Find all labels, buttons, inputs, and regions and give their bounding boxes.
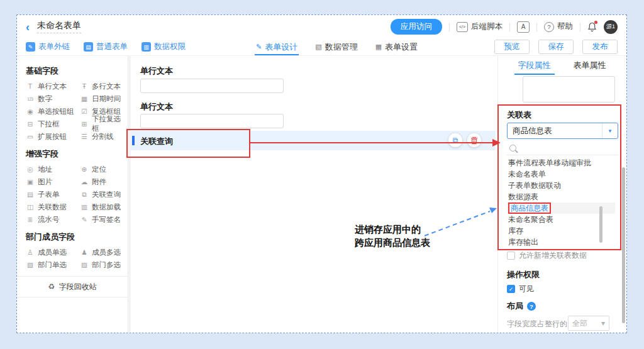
- field-type-number[interactable]: 123数字: [26, 92, 80, 105]
- field-type-member-multi[interactable]: ♟成员多选: [80, 246, 128, 258]
- toolbar: ✎ 表单外链 ▤ 普通表单 ▥ 数据权限 ✎ 表单设计 ▧ 数据管理 ▦: [17, 38, 626, 56]
- field-type-department-multi[interactable]: ▨部门多选: [80, 258, 128, 271]
- address-icon: ◎: [26, 165, 35, 173]
- data-management-icon: ▧: [315, 43, 321, 51]
- field-type-multi-line-text[interactable]: Ŧ多行文本: [80, 80, 128, 92]
- field-type-serial-number[interactable]: ≣流水号: [26, 213, 80, 226]
- list-item[interactable]: 事件流程表单移动端审批: [507, 157, 618, 169]
- field-width-label: 字段宽度占整行的: [507, 319, 567, 330]
- linked-table-dropdown[interactable]: 商品信息表 ▼: [507, 123, 618, 139]
- annotation-box-product-table: 商品信息表: [508, 202, 551, 214]
- form-external-link-button[interactable]: ✎ 表单外链: [26, 42, 70, 52]
- linked-query-field-row[interactable]: 关联查询 ⧉: [131, 131, 496, 150]
- tab-form-design-label: 表单设计: [265, 42, 297, 53]
- tab-form-properties[interactable]: 表单属性: [574, 56, 606, 75]
- annotation-line-2: 跨应用商品信息表: [355, 236, 430, 249]
- publish-button[interactable]: 发布: [582, 40, 618, 54]
- field-type-label: 日期时间: [92, 94, 121, 104]
- checkbox-unchecked[interactable]: [507, 252, 515, 260]
- field-type-datetime[interactable]: ▦日期时间: [80, 92, 128, 105]
- save-button[interactable]: 保存: [538, 40, 574, 54]
- tab-form-design[interactable]: ✎ 表单设计: [256, 38, 297, 55]
- field-type-dropdown[interactable]: ⊟下拉框: [26, 118, 80, 130]
- avatar[interactable]: 源1: [604, 20, 618, 34]
- linked-table-label: 关联表: [507, 109, 531, 121]
- section-title-basic-fields: 基础字段: [26, 65, 128, 77]
- field-type-label: 下拉框: [38, 119, 60, 129]
- tab-form-settings[interactable]: ▦ 表单设置: [375, 38, 418, 55]
- pill-button-icon: ▭: [26, 133, 35, 140]
- list-item[interactable]: 未命名表单: [507, 169, 618, 180]
- preview-button[interactable]: 预览: [494, 40, 530, 54]
- field-type-multi-dropdown[interactable]: ⊞下拉复选框: [80, 118, 128, 130]
- number-icon: 123: [26, 97, 35, 101]
- help-label: 帮助: [557, 21, 573, 32]
- canvas-field-label: 单行文本: [140, 101, 173, 113]
- sidebar-resize-gutter[interactable]: [128, 56, 131, 333]
- copy-field-icon[interactable]: ⧉: [448, 133, 462, 147]
- layout-help-icon[interactable]: ?: [527, 302, 536, 311]
- checkbox-checked[interactable]: ✓: [507, 285, 515, 293]
- table-search-input[interactable]: [507, 141, 618, 155]
- help-button[interactable]: ? 帮助: [544, 21, 573, 32]
- list-item[interactable]: 数据源表: [507, 191, 618, 202]
- panel-tabs: 字段属性 表单属性: [497, 56, 626, 75]
- language-badge-icon[interactable]: A: [517, 21, 530, 33]
- single-line-text-input[interactable]: [140, 114, 284, 128]
- member-single-icon: ♙: [26, 248, 35, 256]
- field-type-department-single[interactable]: ▧部门单选: [26, 258, 80, 271]
- field-type-extend-button[interactable]: ▭扩展按钮: [26, 130, 80, 143]
- field-title-editor-box[interactable]: [523, 76, 615, 102]
- normal-form-label: 普通表单: [96, 42, 128, 52]
- back-icon[interactable]: ‹: [26, 21, 30, 33]
- field-type-data-load[interactable]: ▥数据加载: [80, 201, 128, 213]
- panel-scrollbar[interactable]: [622, 167, 625, 323]
- field-type-signature[interactable]: ✎手写签名: [80, 213, 128, 226]
- field-type-label: 手写签名: [92, 215, 121, 224]
- backend-script-label: 后端脚本: [471, 21, 502, 32]
- field-type-divider-line[interactable]: ☰分割线: [80, 130, 128, 143]
- normal-form-button[interactable]: ▤ 普通表单: [84, 42, 128, 52]
- list-scrollbar[interactable]: [599, 206, 602, 243]
- tab-field-properties[interactable]: 字段属性: [518, 56, 551, 75]
- serial-number-icon: ≣: [26, 216, 35, 223]
- visible-checkbox-row[interactable]: ✓ 可见: [507, 284, 534, 294]
- field-type-single-line-text[interactable]: T单行文本: [26, 80, 80, 92]
- field-type-label: 部门单选: [38, 260, 67, 270]
- field-type-radio-group[interactable]: ◉单选按钮组: [26, 105, 80, 118]
- field-type-label: 成员多选: [92, 248, 121, 257]
- radio-icon: ◉: [26, 108, 35, 115]
- tab-form-settings-label: 表单设置: [385, 42, 418, 53]
- backend-script-button[interactable]: </> 后端脚本: [457, 21, 502, 32]
- field-type-member-single[interactable]: ♙成员单选: [26, 246, 80, 258]
- allow-add-label: 允许新增关联表数据: [519, 250, 587, 261]
- single-line-text-input[interactable]: [140, 79, 284, 93]
- field-type-location[interactable]: ⊕定位: [80, 163, 128, 175]
- field-type-attachment[interactable]: ☁附件: [80, 175, 128, 188]
- external-link-icon: ✎: [26, 42, 35, 52]
- field-type-subform[interactable]: ▤子表单: [26, 188, 80, 201]
- notification-bell-icon[interactable]: [587, 22, 597, 32]
- divider: [17, 297, 128, 297]
- data-permission-button[interactable]: ▥ 数据权限: [142, 42, 186, 52]
- canvas-field-label: 单行文本: [140, 65, 173, 77]
- main-tabs: ✎ 表单设计 ▧ 数据管理 ▦ 表单设置: [256, 38, 418, 55]
- allow-add-checkbox-row[interactable]: 允许新增关联表数据: [507, 250, 587, 261]
- field-type-address[interactable]: ◎地址: [26, 163, 80, 175]
- field-recycle-bin-button[interactable]: ♻ 字段回收站: [17, 277, 128, 297]
- delete-field-icon[interactable]: [467, 133, 481, 147]
- field-type-linked-data[interactable]: ◫关联数据: [26, 201, 80, 213]
- app-access-button[interactable]: 应用访问: [391, 19, 442, 35]
- field-type-image[interactable]: ▣图片: [26, 175, 80, 188]
- field-type-label: 图片: [38, 177, 52, 187]
- field-type-linked-query[interactable]: ⧉关联查询: [80, 188, 128, 201]
- field-width-select[interactable]: 全部 ▾: [568, 316, 609, 331]
- tab-data-management[interactable]: ▧ 数据管理: [315, 38, 357, 55]
- location-icon: ⊕: [80, 165, 89, 173]
- form-title[interactable]: 未命名表单: [37, 20, 81, 33]
- divider-line-icon: ☰: [80, 133, 89, 140]
- layout-title: 布局: [507, 301, 523, 312]
- divider: [449, 23, 450, 31]
- calendar-icon: ▦: [80, 95, 89, 102]
- list-item[interactable]: 子表单数据联动: [507, 180, 618, 191]
